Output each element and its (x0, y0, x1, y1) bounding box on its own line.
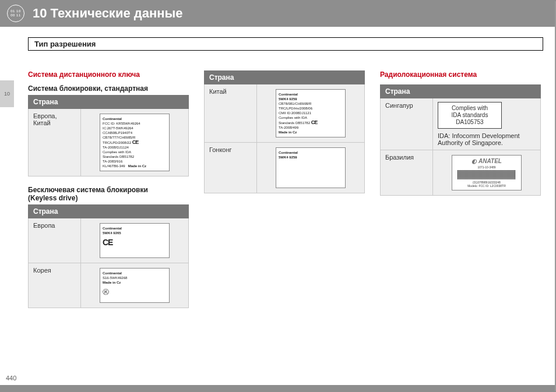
table-row: Европа Continental 5WK4 9265 CE (29, 218, 189, 263)
ce-icon: CE (103, 238, 112, 247)
cert-label-europe: Continental 5WK4 9265 CE (100, 223, 170, 258)
th-country: Страна (29, 96, 81, 109)
ce-icon: CE (311, 119, 318, 125)
cell-label: Continental S16-5WK49268 Made in Cz Ⓚ (81, 263, 189, 308)
label-line: CB78/777/CH0985/R (103, 136, 135, 139)
side-tab: 10 (0, 80, 14, 107)
label-brand: Continental (103, 271, 122, 275)
table-row: Бразилия ◐ ANATEL 1071-10-3489 (01)07898… (381, 150, 541, 196)
table-row: Корея Continental S16-5WK49268 Made in C… (29, 263, 189, 308)
icon-text-top: 01 10 (10, 9, 21, 13)
ida-line: DA105753 (456, 119, 483, 125)
ida-line: Complies with (452, 105, 488, 111)
label-line: TA-2008/DJ1124 (103, 146, 129, 149)
label-brand: Continental (103, 227, 122, 230)
label-line: Complies with IDA (279, 116, 307, 119)
label-line: CCAB08LP1940T4 (103, 131, 132, 135)
table-keyless: Страна Европа Continental 5WK4 9265 CE К… (28, 204, 189, 308)
header-bar: 01 10 00 11 10 Технические данные (0, 0, 556, 27)
chapter-title: 10 Технические данные (33, 6, 183, 21)
cell-label: Continental 5WK4 9259 (257, 143, 365, 193)
cell-country: Европа (29, 218, 81, 263)
kc-icon: Ⓚ (103, 288, 109, 295)
cell-label: Continental 5WK4 9259 CB78/081/CH0908/R … (257, 84, 365, 143)
anatel-text: ANATEL (478, 158, 502, 164)
label-line: FCC ID: KR55WK49264 (103, 122, 140, 125)
label-made: Made in Cz (279, 130, 297, 134)
icon-text-bottom: 00 11 (10, 13, 21, 17)
label-line: Complies with IDA (103, 150, 131, 154)
anatel-sub: Modelo: FCC ID: L2C0038TR (455, 184, 519, 188)
ida-line: IDA standards (452, 112, 488, 118)
keyless-heading-1: Бесключевая система блокировки (28, 186, 189, 194)
cert-label-europe-china: Continental FCC ID: KR55WK49264 IC:267T-… (100, 114, 170, 171)
label-line: Standards DB51782 (279, 121, 310, 125)
table-row: Сингапур Complies with IDA standards DA1… (381, 98, 541, 150)
label-made: Made in Cz (103, 281, 121, 284)
label-made: Made in Cz (128, 164, 146, 168)
cell-country: Китай (205, 84, 257, 143)
keyless-heading-2: (Keyless drive) (28, 194, 189, 202)
anatel-code: 1071-10-3489 (455, 165, 519, 169)
radar-heading: Радиолокационная система (380, 70, 541, 79)
th-country: Страна (381, 85, 433, 98)
cell-label: Continental FCC ID: KR55WK49264 IC:267T-… (81, 109, 189, 176)
label-line: TRC/LPD/Hs/2008/06 (279, 107, 312, 110)
bottom-bar (0, 385, 556, 392)
content: Система дистанционного ключа Система бло… (0, 60, 556, 317)
label-line: Standards DB51782 (103, 155, 134, 158)
cert-label-hongkong: Continental 5WK4 9259 (276, 147, 346, 188)
label-brand: Continental (103, 117, 122, 121)
th-country: Страна (205, 71, 257, 84)
cell-country: Гонконг (205, 143, 257, 193)
label-brand: Continental (279, 151, 298, 154)
binary-disc-icon: 01 10 00 11 (7, 5, 24, 22)
page-number: 440 (6, 375, 16, 382)
label-line: CB78/081/CH0908/R (279, 102, 311, 105)
label-line: KL/46TB6-349 (103, 164, 125, 168)
table-col2: Страна Китай Continental 5WK4 9259 CB78/… (204, 70, 365, 193)
cell-country: Бразилия (381, 150, 433, 196)
table-radar: Страна Сингапур Complies with IDA standa… (380, 84, 541, 196)
cert-label-korea: Continental S16-5WK49268 Made in Cz Ⓚ (100, 268, 170, 303)
label-model: 5WK4 9259 (279, 156, 297, 159)
label-line: IC:267T-5WK49264 (103, 126, 133, 130)
cert-label-china: Continental 5WK4 9259 CB78/081/CH0908/R … (276, 89, 346, 137)
label-line: TA-2083/916 (103, 160, 122, 163)
lock-standard-heading: Система блокировки, стандартная (28, 84, 189, 93)
cell-label: Continental 5WK4 9265 CE (81, 218, 189, 263)
anatel-label: ◐ ANATEL 1071-10-3489 (01)07898916333248… (452, 155, 522, 190)
label-model: S16-5WK49268 (103, 276, 127, 280)
section-heading: Тип разрешения (28, 37, 543, 51)
table-row: Гонконг Continental 5WK4 9259 (205, 143, 365, 193)
table-row: Европа, Китай Continental FCC ID: KR55WK… (29, 109, 189, 176)
table-lock-standard: Страна Европа, Китай Continental FCC ID:… (28, 95, 189, 176)
label-model: 5WK4 9265 (103, 231, 121, 235)
barcode-icon (458, 170, 516, 179)
remote-key-heading: Система дистанционного ключа (28, 70, 189, 79)
label-model: 5WK4 9259 (279, 97, 297, 101)
column-2: Страна Китай Continental 5WK4 9259 CB78/… (204, 70, 365, 317)
cell-label: Complies with IDA standards DA105753 IDA… (433, 98, 541, 150)
th-blank (81, 205, 189, 218)
cell-label: ◐ ANATEL 1071-10-3489 (01)07898916333248… (433, 150, 541, 196)
th-blank (81, 96, 189, 109)
cell-country: Корея (29, 263, 81, 308)
label-line: TA-2008/499 (279, 126, 298, 129)
cell-country: Европа, Китай (29, 109, 81, 176)
globe-icon: ◐ (471, 158, 477, 164)
th-blank (257, 71, 365, 84)
column-3: Радиолокационная система Страна Сингапур… (380, 70, 541, 317)
label-line: TRC/LPD/2008/22 (103, 141, 131, 144)
ida-box: Complies with IDA standards DA105753 (438, 102, 502, 129)
column-1: Система дистанционного ключа Система бло… (28, 70, 189, 317)
th-country: Страна (29, 205, 81, 218)
label-brand: Continental (279, 93, 298, 96)
anatel-logo: ◐ ANATEL (455, 158, 519, 164)
cell-country: Сингапур (381, 98, 433, 150)
label-line: CMII ID:2008DJ1121 (279, 111, 311, 115)
ce-icon: CE (132, 139, 139, 145)
ida-note: IDA: Infocomm Development Authority of S… (438, 132, 536, 146)
table-row: Китай Continental 5WK4 9259 CB78/081/CH0… (205, 84, 365, 143)
th-blank (433, 85, 541, 98)
